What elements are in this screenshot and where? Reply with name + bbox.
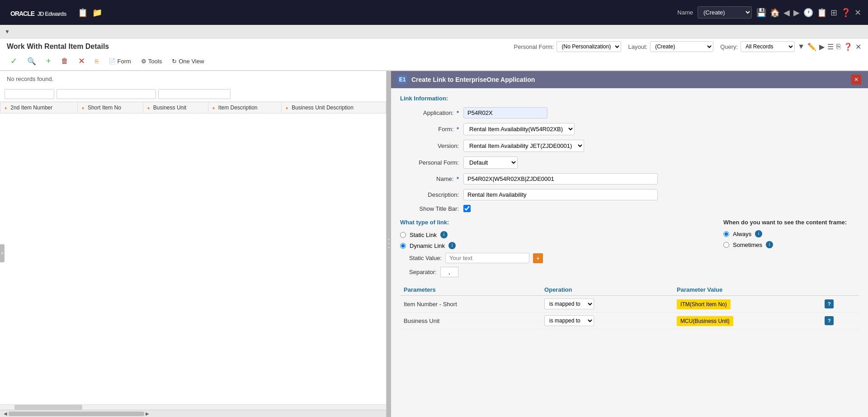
params-col-params: Parameters [400,284,541,296]
copy-row-icon: ⎘ [95,58,99,65]
col-business-unit[interactable]: ⬧ Business Unit [143,102,208,114]
scroll-right-arrow[interactable]: ▶ [144,411,151,416]
version-select[interactable]: Rental Item Availability JET(ZJDE0001) [463,140,584,152]
params-table: Parameters Operation Parameter Value Ite… [400,284,859,329]
tools-button[interactable]: ⚙ Tools [137,57,165,66]
vertical-expand-handle[interactable]: • • • [387,71,391,417]
dropbar-arrow[interactable]: ▼ [5,28,10,35]
horizontal-scrollbar[interactable] [0,404,386,410]
filter-business-unit[interactable] [158,89,231,99]
operation-cell[interactable]: is mapped to [541,313,673,329]
static-value-label: Static Value: [409,255,442,261]
always-info-icon[interactable]: i [755,230,762,237]
copy-icon[interactable]: ⎘ [836,43,841,51]
cancel-button[interactable]: ✕ [75,55,89,67]
operation-select-0[interactable]: is mapped to [544,299,594,309]
static-link-row: Static Link i [400,231,705,238]
run-icon[interactable]: ▶ [819,43,825,51]
separator-input[interactable] [440,267,458,277]
help-icon[interactable]: ❓ [841,8,851,18]
query-label: Query: [720,43,738,50]
add-static-button[interactable]: + [533,253,543,263]
forward-icon[interactable]: ▶ [793,8,800,18]
operation-select-1[interactable]: is mapped to [544,315,594,326]
always-row: Always i [723,230,859,237]
filter-icon[interactable]: ▼ [797,43,805,51]
params-header-row: Parameters Operation Parameter Value [400,284,859,296]
dialog-header: E1 Create Link to EnterpriseOne Applicat… [391,71,868,88]
personal-form-group: Personal Form: (No Personalization) [514,41,622,52]
layout-select[interactable]: (Create) [650,41,713,52]
dialog-close-button[interactable]: ✕ [851,75,861,85]
query-select[interactable]: All Records [741,41,795,52]
version-label: Version: [400,142,459,149]
col-2nd-item-number[interactable]: ⬧ 2nd Item Number [0,102,78,114]
dynamic-link-info-icon[interactable]: i [448,242,456,249]
application-input[interactable] [463,107,547,118]
dynamic-link-radio[interactable] [400,243,406,249]
list-icon[interactable]: ☰ [827,43,834,51]
name-select[interactable]: (Create) [698,6,752,19]
scrollbar-thumb[interactable] [14,405,82,410]
personal-form-select-dialog[interactable]: Default [463,156,518,169]
operation-cell[interactable]: is mapped to [541,296,673,313]
sometimes-radio[interactable] [723,242,729,248]
grid-icon[interactable]: ⊞ [830,8,837,18]
personal-form-select[interactable]: (No Personalization) [557,41,621,52]
scroll-left-arrow[interactable]: ◀ [2,411,9,416]
col-short-item-no[interactable]: ⬧ Short Item No [77,102,143,114]
form-row: Form: * Rental Item Availability(W54R02X… [400,123,859,135]
back-icon[interactable]: ◀ [783,8,790,18]
copy-row-button[interactable]: ⎘ [91,57,102,66]
col-item-description[interactable]: ⬧ Item Description [208,102,281,114]
static-value-input[interactable] [445,253,529,263]
version-row: Version: Rental Item Availability JET(ZJ… [400,140,859,152]
param-value-badge: MCU(Business Unit) [677,316,733,326]
edit-icon[interactable]: ✏️ [807,43,816,51]
toolbar-row: ✓ 🔍 + 🗑 ✕ ⎘ 📄 Form ⚙ Tools ↻ One View [7,55,861,67]
scroll-thumb-bottom[interactable] [9,412,144,416]
clipboard-icon[interactable]: 📋 [817,8,827,18]
help-query-icon[interactable]: ❓ [844,43,853,51]
delete-button[interactable]: 🗑 [57,56,72,66]
show-title-bar-checkbox[interactable] [463,205,471,212]
col-business-unit-desc[interactable]: ⬧ Business Unit Description [281,102,386,114]
param-help-cell[interactable]: ? [821,296,859,313]
add-button[interactable]: + [42,55,55,67]
form-select[interactable]: Rental Item Availability(W54R02XB) [463,123,575,135]
name-row: Name: * [400,173,859,185]
save-icon[interactable]: 💾 [756,8,766,18]
bottom-scrollbar[interactable]: ◀ ▶ [0,410,386,417]
personal-form-row: Personal Form: Default [400,156,859,169]
history-icon[interactable]: 🕐 [803,8,813,18]
layers-icon[interactable]: 📁 [92,8,102,18]
param-help-button-1[interactable]: ? [825,316,834,325]
description-input[interactable] [463,189,658,200]
dropbar: ▼ [0,25,868,38]
static-link-info-icon[interactable]: i [440,231,448,238]
home-icon[interactable]: 🏠 [770,8,780,18]
sometimes-info-icon[interactable]: i [766,241,773,248]
static-link-radio[interactable] [400,232,406,238]
link-type-left: What type of link: Static Link i Dynamic… [400,219,705,277]
expand-handle[interactable]: » [0,244,5,262]
filter-item-number[interactable] [5,89,54,99]
one-view-button[interactable]: ↻ One View [168,57,208,66]
form-button[interactable]: 📄 Form [105,57,135,66]
bookmark-icon[interactable]: 📋 [78,8,88,18]
param-name-cell: Item Number - Short [400,296,541,313]
find-button[interactable]: 🔍 [24,56,40,67]
form-required: * [457,126,459,133]
close-top-icon[interactable]: ✕ [854,8,861,18]
always-radio[interactable] [723,231,729,237]
filter-short-item[interactable] [57,89,156,99]
name-input[interactable] [463,173,658,185]
topbar-icons: 📋 📁 [78,8,102,18]
param-value-badge: ITM(Short Item No) [677,299,731,309]
sort-icon-1: ⬧ [4,104,7,111]
param-help-cell[interactable]: ? [821,313,859,329]
description-label: Description: [400,191,459,198]
save-button[interactable]: ✓ [7,55,21,67]
param-help-button-0[interactable]: ? [825,299,834,308]
close-query-icon[interactable]: ✕ [855,43,861,51]
